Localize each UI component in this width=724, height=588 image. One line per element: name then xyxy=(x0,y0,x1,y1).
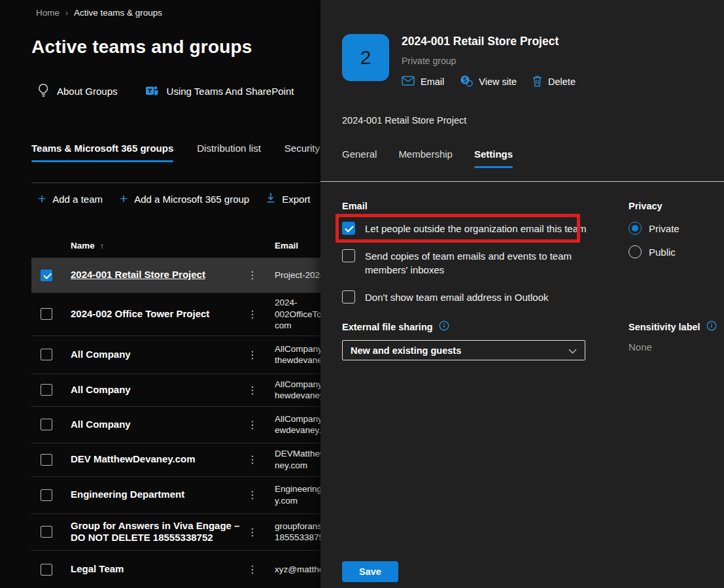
row-checkbox[interactable] xyxy=(41,564,52,576)
breadcrumb-home-link[interactable]: Home xyxy=(36,8,60,18)
group-name-link[interactable]: All Company xyxy=(71,378,247,402)
plus-icon: + xyxy=(38,192,46,205)
mail-icon xyxy=(402,76,415,88)
more-options-icon[interactable]: ⋮ xyxy=(247,419,275,431)
more-options-icon[interactable]: ⋮ xyxy=(247,308,275,320)
view-site-button[interactable]: View site xyxy=(460,75,517,89)
group-name-link[interactable]: 2024-001 Retail Store Project xyxy=(71,263,247,287)
info-icon[interactable] xyxy=(439,320,449,333)
delete-button[interactable]: Delete xyxy=(532,75,576,89)
send-copies-option[interactable]: Send copies of team emails and events to… xyxy=(342,249,587,277)
checkbox-checked-icon[interactable] xyxy=(342,222,355,235)
sensitivity-heading: Sensitivity label xyxy=(629,322,700,332)
privacy-private-option[interactable]: Private xyxy=(629,222,680,235)
trash-icon xyxy=(532,75,542,89)
name-header-label: Name xyxy=(71,241,95,251)
tab-teams-m365-groups[interactable]: Teams & Microsoft 365 groups xyxy=(31,143,173,162)
panel-tabs: General Membership Settings xyxy=(342,148,513,168)
more-options-icon[interactable]: ⋮ xyxy=(247,489,275,501)
radio-icon[interactable] xyxy=(629,245,642,258)
privacy-section: Privacy Private Public xyxy=(629,201,680,258)
more-options-icon[interactable]: ⋮ xyxy=(247,563,275,576)
group-name-link[interactable]: Engineering Department xyxy=(71,483,247,507)
checkbox-icon[interactable] xyxy=(342,249,355,262)
group-name-link[interactable]: 2024-002 Office Tower Project xyxy=(71,302,247,326)
page-title: Active teams and groups xyxy=(31,37,252,58)
privacy-public-option[interactable]: Public xyxy=(629,245,680,258)
external-email-option[interactable]: Let people outside the organization emai… xyxy=(342,222,587,235)
radio-selected-icon[interactable] xyxy=(629,222,642,235)
more-options-icon[interactable]: ⋮ xyxy=(247,269,275,281)
row-checkbox-checked[interactable] xyxy=(41,269,52,281)
add-m365-group-label: Add a Microsoft 365 group xyxy=(134,194,249,205)
external-email-label: Let people outside the organization emai… xyxy=(365,222,587,235)
sharepoint-icon xyxy=(460,75,473,89)
chevron-right-icon: › xyxy=(65,9,68,18)
help-links: About Groups Using Teams And SharePoint … xyxy=(38,84,359,99)
row-checkbox[interactable] xyxy=(41,526,52,538)
private-label: Private xyxy=(649,223,680,234)
view-site-label: View site xyxy=(479,77,517,87)
lightbulb-icon xyxy=(38,84,49,99)
about-groups-link[interactable]: About Groups xyxy=(38,84,118,99)
chevron-down-icon xyxy=(568,345,577,356)
row-checkbox[interactable] xyxy=(41,419,52,430)
export-button[interactable]: Export xyxy=(266,192,310,205)
send-copies-label: Send copies of team emails and events to… xyxy=(365,249,587,277)
panel-header: 2 2024-001 Retail Store Project Private … xyxy=(342,34,576,89)
teams-icon xyxy=(145,84,159,99)
more-options-icon[interactable]: ⋮ xyxy=(247,453,275,466)
hide-email-option[interactable]: Don't show team email address in Outlook xyxy=(342,290,587,304)
download-icon xyxy=(266,192,275,205)
group-name-link[interactable]: All Company xyxy=(71,343,247,367)
tab-distribution-list[interactable]: Distribution list xyxy=(197,143,261,162)
file-sharing-heading: External file sharing xyxy=(342,322,433,332)
info-icon[interactable] xyxy=(706,320,717,333)
add-team-button[interactable]: + Add a team xyxy=(38,193,103,205)
group-name-link[interactable]: All Company xyxy=(71,413,247,437)
row-checkbox[interactable] xyxy=(41,308,52,320)
panel-title: 2024-001 Retail Store Project xyxy=(402,35,576,48)
plus-icon: + xyxy=(120,192,128,205)
delete-label: Delete xyxy=(548,77,576,87)
using-teams-sharepoint-link[interactable]: Using Teams And SharePoint xyxy=(145,84,294,99)
sort-ascending-icon: ↑ xyxy=(100,241,105,251)
group-name-link[interactable]: Group for Answers in Viva Engage – DO NO… xyxy=(71,514,247,551)
row-checkbox[interactable] xyxy=(41,349,52,360)
hide-email-label: Don't show team email address in Outlook xyxy=(365,290,549,304)
more-options-icon[interactable]: ⋮ xyxy=(247,349,275,361)
toolbar: + Add a team + Add a Microsoft 365 group… xyxy=(38,192,358,205)
breadcrumb: Home › Active teams & groups xyxy=(36,8,162,18)
about-groups-label: About Groups xyxy=(57,86,118,97)
add-team-label: Add a team xyxy=(52,194,103,205)
save-button[interactable]: Save xyxy=(342,561,398,582)
group-name-text: 2024-001 Retail Store Project xyxy=(342,115,466,126)
tab-general[interactable]: General xyxy=(342,148,377,168)
divider xyxy=(320,181,724,182)
more-options-icon[interactable]: ⋮ xyxy=(247,384,275,396)
dropdown-selected-value: New and existing guests xyxy=(351,345,461,356)
add-m365-group-button[interactable]: + Add a Microsoft 365 group xyxy=(120,193,249,205)
group-type-tabs: Teams & Microsoft 365 groups Distributio… xyxy=(31,143,348,162)
tab-settings[interactable]: Settings xyxy=(474,148,513,168)
privacy-heading: Privacy xyxy=(629,201,680,211)
email-section-heading: Email xyxy=(342,201,587,211)
group-details-panel: 2 2024-001 Retail Store Project Private … xyxy=(320,0,724,588)
row-checkbox[interactable] xyxy=(41,454,52,466)
column-header-name[interactable]: Name ↑ xyxy=(71,241,247,251)
using-teams-sharepoint-label: Using Teams And SharePoint xyxy=(167,86,294,97)
group-name-link[interactable]: DEV MatthewDevaney.com xyxy=(71,447,247,472)
row-checkbox[interactable] xyxy=(41,384,52,396)
more-options-icon[interactable]: ⋮ xyxy=(247,526,275,538)
checkbox-icon[interactable] xyxy=(342,290,355,303)
group-avatar: 2 xyxy=(342,34,389,81)
external-file-sharing-section: External file sharing New and existing g… xyxy=(342,320,585,360)
file-sharing-dropdown[interactable]: New and existing guests xyxy=(342,340,585,360)
row-checkbox[interactable] xyxy=(41,489,52,501)
tab-membership[interactable]: Membership xyxy=(398,148,453,168)
public-label: Public xyxy=(649,247,676,258)
email-settings-section: Email Let people outside the organizatio… xyxy=(342,201,587,304)
email-action-label: Email xyxy=(421,77,444,87)
email-action-button[interactable]: Email xyxy=(402,76,444,88)
group-name-link[interactable]: Legal Team xyxy=(71,557,247,581)
